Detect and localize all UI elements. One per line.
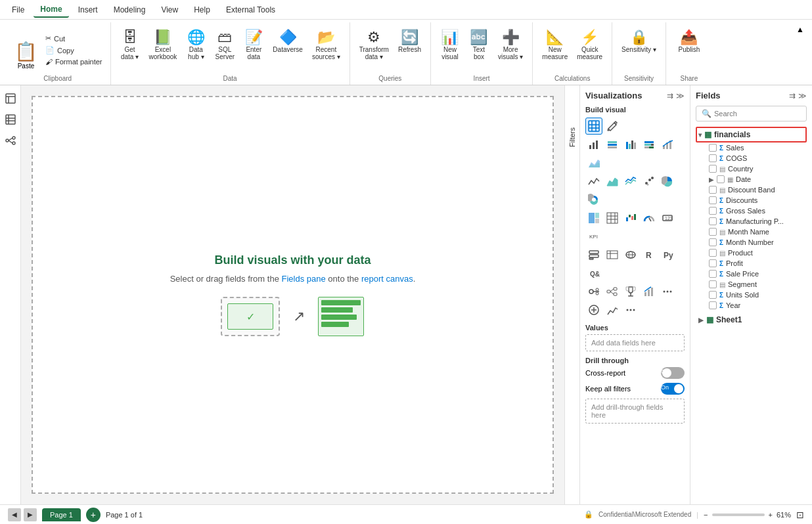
report-view-button[interactable] — [3, 91, 18, 106]
viz-more-icon[interactable] — [659, 283, 676, 300]
viz-pie-icon[interactable] — [659, 173, 676, 190]
financials-group-header[interactable]: ▾ ▦ financials — [696, 127, 807, 142]
viz-matrix-icon[interactable] — [604, 209, 621, 227]
sql-server-button[interactable]: 🗃 SQLServer — [211, 26, 238, 72]
filters-label[interactable]: Filters — [566, 125, 579, 150]
menu-external-tools[interactable]: External Tools — [219, 3, 282, 17]
fit-page-icon[interactable]: ⊡ — [796, 510, 804, 520]
viz-table-icon[interactable] — [585, 118, 602, 135]
fields-collapse-icon[interactable]: ≫ — [798, 91, 807, 100]
excel-workbook-button[interactable]: 📗 Excelworkbook — [145, 26, 181, 72]
field-item-discount-band[interactable]: ▤ Discount Band — [696, 185, 807, 195]
product-checkbox[interactable] — [709, 249, 717, 257]
viz-ellipsis-icon[interactable] — [622, 301, 639, 318]
viz-kpi-icon[interactable]: KPI — [585, 228, 602, 245]
viz-line-chart-icon[interactable] — [585, 173, 602, 190]
viz-analytics-icon[interactable] — [604, 301, 621, 318]
viz-combo-icon[interactable] — [641, 283, 658, 300]
values-drop-zone[interactable]: Add data fields here — [585, 334, 685, 351]
format-painter-button[interactable]: 🖌 Format painter — [43, 56, 105, 67]
field-item-gross-sales[interactable]: Σ Gross Sales — [696, 206, 807, 216]
nav-next-button[interactable]: ▶ — [24, 508, 37, 521]
viz-stacked-bar-icon[interactable] — [604, 136, 621, 153]
field-item-country[interactable]: ▤ Country — [696, 164, 807, 174]
date-checkbox[interactable] — [717, 175, 725, 183]
viz-collapse-icon[interactable]: ≫ — [676, 91, 685, 100]
new-measure-button[interactable]: 📐 Newmeasure — [538, 26, 572, 72]
table-view-button[interactable] — [3, 112, 18, 127]
month-name-checkbox[interactable] — [709, 228, 717, 236]
field-item-segment[interactable]: ▤ Segment — [696, 279, 807, 290]
keep-filters-toggle[interactable]: On — [661, 383, 685, 395]
quick-measure-button[interactable]: ⚡ Quickmeasure — [573, 26, 606, 72]
refresh-button[interactable]: 🔄 Refresh — [394, 26, 425, 72]
field-item-cogs[interactable]: Σ COGS — [696, 153, 807, 164]
manuf-price-checkbox[interactable] — [709, 217, 717, 225]
viz-python-icon[interactable]: Py — [659, 246, 676, 263]
nav-prev-button[interactable]: ◀ — [8, 508, 21, 521]
sheet1-group-header[interactable]: ▶ ▦ Sheet1 — [696, 312, 807, 328]
add-page-button[interactable]: + — [86, 508, 101, 522]
field-item-year[interactable]: Σ Year — [696, 300, 807, 311]
report-canvas[interactable]: Build visuals with your data Select or d… — [32, 96, 554, 494]
viz-map-icon[interactable] — [622, 246, 639, 263]
discount-band-checkbox[interactable] — [709, 186, 717, 194]
ribbon-collapse-button[interactable]: ▲ — [794, 22, 807, 37]
menu-help[interactable]: Help — [187, 3, 217, 17]
viz-line-bar-icon[interactable] — [659, 136, 676, 153]
field-item-discounts[interactable]: Σ Discounts — [696, 195, 807, 206]
sale-price-checkbox[interactable] — [709, 270, 717, 278]
field-item-product[interactable]: ▤ Product — [696, 248, 807, 258]
discounts-checkbox[interactable] — [709, 196, 717, 204]
units-sold-checkbox[interactable] — [709, 291, 717, 299]
viz-stacked-area-icon[interactable] — [585, 154, 602, 171]
data-hub-button[interactable]: 🌐 Datahub ▾ — [182, 26, 210, 72]
field-item-sale-price[interactable]: Σ Sale Price — [696, 269, 807, 279]
viz-qa-icon[interactable]: Q&A — [585, 265, 602, 282]
field-item-units-sold[interactable]: Σ Units Sold — [696, 290, 807, 300]
viz-gauge-icon[interactable] — [641, 209, 658, 227]
viz-donut-icon[interactable] — [585, 191, 602, 208]
segment-checkbox[interactable] — [709, 280, 717, 288]
viz-ribbon-icon[interactable] — [622, 173, 639, 190]
drill-through-drop-zone[interactable]: Add drill-through fields here — [585, 399, 685, 424]
sensitivity-button[interactable]: 🔒 Sensitivity ▾ — [618, 26, 660, 72]
menu-insert[interactable]: Insert — [72, 3, 104, 17]
menu-view[interactable]: View — [154, 3, 185, 17]
viz-area-icon[interactable] — [604, 173, 621, 190]
transform-data-button[interactable]: ⚙ Transformdata ▾ — [355, 26, 393, 72]
copy-button[interactable]: 📄 Copy — [43, 45, 105, 56]
viz-card-icon[interactable]: 123 — [659, 209, 676, 227]
more-visuals-button[interactable]: ➕ Morevisuals ▾ — [494, 26, 527, 72]
zoom-slider[interactable] — [712, 513, 765, 516]
viz-format-icon[interactable] — [585, 301, 602, 318]
viz-table2-icon[interactable] — [604, 246, 621, 263]
viz-key-influencers-icon[interactable] — [585, 283, 602, 300]
viz-bar-icon[interactable] — [585, 136, 602, 153]
sales-checkbox[interactable] — [709, 144, 717, 152]
viz-slicer-icon[interactable] — [585, 246, 602, 263]
field-item-profit[interactable]: Σ Profit — [696, 258, 807, 269]
viz-r-icon[interactable]: R — [641, 246, 658, 263]
cross-report-toggle[interactable]: Off — [661, 367, 685, 379]
profit-checkbox[interactable] — [709, 259, 717, 267]
viz-treemap-icon[interactable] — [585, 209, 602, 227]
menu-file[interactable]: File — [5, 3, 31, 17]
field-item-month-name[interactable]: ▤ Month Name — [696, 227, 807, 237]
field-item-sales[interactable]: Σ Sales — [696, 142, 807, 153]
new-visual-button[interactable]: 📊 Newvisual — [436, 26, 464, 72]
viz-grouped-bar-icon[interactable] — [622, 136, 639, 153]
field-item-month-number[interactable]: Σ Month Number — [696, 237, 807, 248]
menu-modeling[interactable]: Modeling — [107, 3, 152, 17]
viz-waterfall-icon[interactable] — [622, 209, 639, 227]
menu-home[interactable]: Home — [34, 2, 68, 18]
year-checkbox[interactable] — [709, 301, 717, 309]
viz-scatter-icon[interactable] — [641, 173, 658, 190]
model-view-button[interactable] — [3, 133, 18, 148]
gross-sales-checkbox[interactable] — [709, 207, 717, 215]
field-item-date[interactable]: ▶ ▦ Date — [696, 174, 807, 185]
page-1-tab[interactable]: Page 1 — [42, 508, 81, 521]
enter-data-button[interactable]: 📝 Enterdata — [240, 26, 267, 72]
dataverse-button[interactable]: 🔷 Dataverse — [269, 26, 307, 72]
viz-decomp-tree-icon[interactable] — [604, 283, 621, 300]
